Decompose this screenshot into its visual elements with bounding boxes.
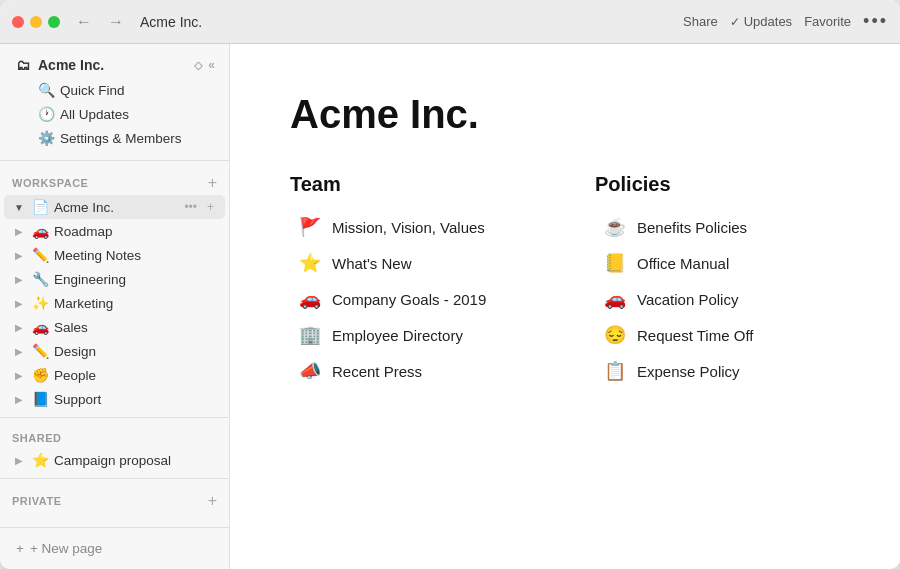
list-item[interactable]: 🚗 Company Goals - 2019 — [290, 282, 535, 316]
app-window: ← → Acme Inc. Share ✓ Updates Favorite •… — [0, 0, 900, 569]
chevron-right-icon: ▶ — [12, 248, 26, 262]
marketing-label: Marketing — [54, 296, 217, 311]
support-label: Support — [54, 392, 217, 407]
team-list: 🚩 Mission, Vision, Values ⭐ What's New 🚗… — [290, 210, 535, 388]
sidebar-item-sales[interactable]: ▶ 🚗 Sales — [4, 315, 225, 339]
sales-label: Sales — [54, 320, 217, 335]
sidebar-item-acme[interactable]: ▼ 📄 Acme Inc. ••• + — [4, 195, 225, 219]
employee-dir-icon: 🏢 — [298, 324, 322, 346]
new-page-button[interactable]: + + New page — [8, 536, 221, 561]
private-add-button[interactable]: + — [208, 493, 217, 509]
spacer — [18, 107, 32, 121]
list-item[interactable]: 🏢 Employee Directory — [290, 318, 535, 352]
list-item[interactable]: 🚩 Mission, Vision, Values — [290, 210, 535, 244]
campaign-icon: ⭐ — [31, 452, 49, 468]
list-item[interactable]: ⭐ What's New — [290, 246, 535, 280]
divider — [0, 160, 229, 161]
sidebar-item-roadmap[interactable]: ▶ 🚗 Roadmap — [4, 219, 225, 243]
workspace-title-item[interactable]: 🗂 Acme Inc. ◇ « — [6, 52, 223, 78]
list-item[interactable]: ☕ Benefits Policies — [595, 210, 840, 244]
updates-button[interactable]: ✓ Updates — [730, 14, 792, 29]
collapse-sidebar-icon[interactable]: « — [208, 58, 215, 72]
sidebar-item-design[interactable]: ▶ ✏️ Design — [4, 339, 225, 363]
chevron-right-icon: ▶ — [12, 453, 26, 467]
shared-section-label: SHARED — [12, 432, 61, 444]
benefits-icon: ☕ — [603, 216, 627, 238]
policies-list: ☕ Benefits Policies 📒 Office Manual 🚗 Va… — [595, 210, 840, 388]
new-page-plus-icon: + — [16, 541, 24, 556]
page-title: Acme Inc. — [290, 92, 840, 137]
item-add-button[interactable]: + — [204, 199, 217, 215]
search-icon: 🔍 — [37, 82, 55, 98]
recent-press-label: Recent Press — [332, 363, 422, 380]
recent-press-icon: 📣 — [298, 360, 322, 382]
sidebar-item-people[interactable]: ▶ ✊ People — [4, 363, 225, 387]
minimize-button[interactable] — [30, 16, 42, 28]
list-item[interactable]: 📋 Expense Policy — [595, 354, 840, 388]
sidebar-item-marketing[interactable]: ▶ ✨ Marketing — [4, 291, 225, 315]
whats-new-icon: ⭐ — [298, 252, 322, 274]
acme-item-label: Acme Inc. — [54, 200, 176, 215]
share-button[interactable]: Share — [683, 14, 718, 29]
traffic-lights — [12, 16, 60, 28]
divider — [0, 478, 229, 479]
policies-column: Policies ☕ Benefits Policies 📒 Office Ma… — [595, 173, 840, 388]
list-item[interactable]: 📒 Office Manual — [595, 246, 840, 280]
spacer — [18, 83, 32, 97]
gear-icon: ⚙️ — [37, 130, 55, 146]
title-bar: ← → Acme Inc. Share ✓ Updates Favorite •… — [0, 0, 900, 44]
content-columns: Team 🚩 Mission, Vision, Values ⭐ What's … — [290, 173, 840, 388]
favorite-button[interactable]: Favorite — [804, 14, 851, 29]
close-button[interactable] — [12, 16, 24, 28]
sidebar-item-campaign-proposal[interactable]: ▶ ⭐ Campaign proposal — [4, 448, 225, 472]
list-item[interactable]: 🚗 Vacation Policy — [595, 282, 840, 316]
expense-policy-icon: 📋 — [603, 360, 627, 382]
mission-icon: 🚩 — [298, 216, 322, 238]
sidebar-item-settings[interactable]: ⚙️ Settings & Members — [10, 126, 219, 150]
people-icon: ✊ — [31, 367, 49, 383]
engineering-label: Engineering — [54, 272, 217, 287]
whats-new-label: What's New — [332, 255, 412, 272]
roadmap-label: Roadmap — [54, 224, 217, 239]
sidebar-item-quick-find[interactable]: 🔍 Quick Find — [10, 78, 219, 102]
back-button[interactable]: ← — [72, 11, 96, 33]
chevron-down-icon: ▼ — [12, 200, 26, 214]
list-item[interactable]: 📣 Recent Press — [290, 354, 535, 388]
forward-button[interactable]: → — [104, 11, 128, 33]
sidebar-item-engineering[interactable]: ▶ 🔧 Engineering — [4, 267, 225, 291]
more-options-button[interactable]: ••• — [863, 11, 888, 32]
sidebar-item-support[interactable]: ▶ 📘 Support — [4, 387, 225, 411]
request-time-off-label: Request Time Off — [637, 327, 753, 344]
nav-buttons: ← → — [72, 11, 128, 33]
employee-dir-label: Employee Directory — [332, 327, 463, 344]
shared-section-header: SHARED — [0, 424, 229, 448]
office-manual-icon: 📒 — [603, 252, 627, 274]
sales-icon: 🚗 — [31, 319, 49, 335]
workspace-icon: 🗂 — [14, 57, 32, 73]
workspace-add-button[interactable]: + — [208, 175, 217, 191]
app-body: 🗂 Acme Inc. ◇ « 🔍 Quick Find 🕐 All Updat… — [0, 44, 900, 569]
all-updates-label: All Updates — [60, 107, 211, 122]
expense-policy-label: Expense Policy — [637, 363, 740, 380]
engineering-icon: 🔧 — [31, 271, 49, 287]
vacation-policy-label: Vacation Policy — [637, 291, 738, 308]
main-content: Acme Inc. Team 🚩 Mission, Vision, Values… — [230, 44, 900, 569]
chevron-right-icon: ▶ — [12, 272, 26, 286]
marketing-icon: ✨ — [31, 295, 49, 311]
workspace-section-label: WORKSPACE — [12, 177, 88, 189]
maximize-button[interactable] — [48, 16, 60, 28]
divider — [0, 417, 229, 418]
acme-page-icon: 📄 — [31, 199, 49, 215]
check-icon: ✓ — [730, 15, 740, 29]
meeting-notes-label: Meeting Notes — [54, 248, 217, 263]
team-column-title: Team — [290, 173, 535, 196]
list-item[interactable]: 😔 Request Time Off — [595, 318, 840, 352]
benefits-label: Benefits Policies — [637, 219, 747, 236]
roadmap-icon: 🚗 — [31, 223, 49, 239]
support-icon: 📘 — [31, 391, 49, 407]
item-more-button[interactable]: ••• — [181, 199, 200, 215]
sidebar-item-meeting-notes[interactable]: ▶ ✏️ Meeting Notes — [4, 243, 225, 267]
private-section-header: PRIVATE + — [0, 485, 229, 513]
sidebar-item-all-updates[interactable]: 🕐 All Updates — [10, 102, 219, 126]
private-section-label: PRIVATE — [12, 495, 62, 507]
